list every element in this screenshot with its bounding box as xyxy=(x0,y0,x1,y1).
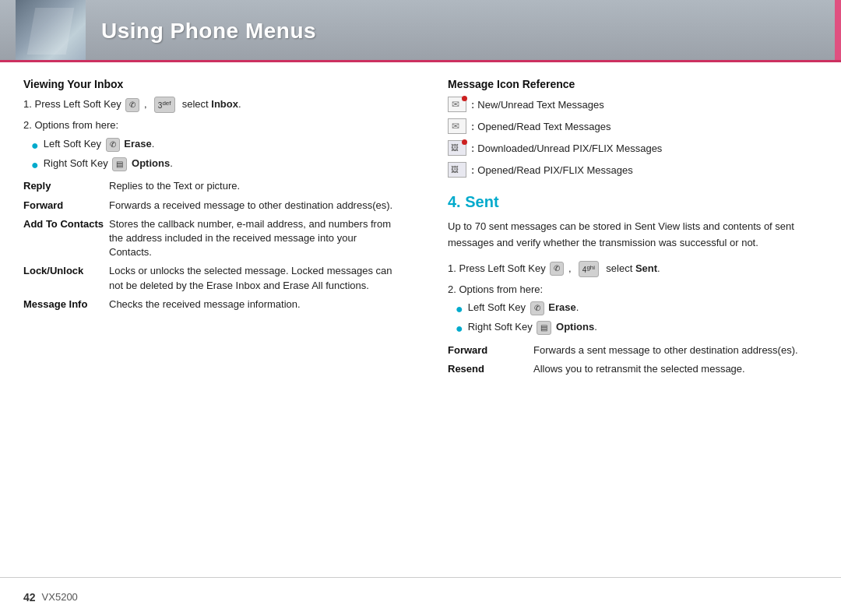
lock-unlock-label: Lock/Unlock xyxy=(23,264,109,292)
bullet-text-2: Right Soft Key ▤ Options. xyxy=(44,157,173,171)
icon-ref-new-text: : New/Unread Text Messages xyxy=(448,97,818,112)
phone-key-icon: ✆ xyxy=(125,98,139,112)
read-text-icon xyxy=(448,118,466,134)
pix-unread-icon xyxy=(448,140,466,156)
sent-bullet-right-soft: ● Right Soft Key ▤ Options. xyxy=(456,321,818,337)
options-table-inbox: Reply Replies to the Text or picture. Fo… xyxy=(23,179,393,312)
sent-bullet-dot-1: ● xyxy=(456,301,463,318)
step-2: 2. Options from here: xyxy=(23,118,393,133)
message-info-label: Message Info xyxy=(23,297,109,312)
header-line xyxy=(0,60,841,62)
left-soft-key-icon: ✆ xyxy=(106,138,120,152)
sent-phone-key-icon: ✆ xyxy=(550,262,564,276)
forward-label: Forward xyxy=(23,199,109,213)
options-table-sent: Forward Forwards a sent message to other… xyxy=(448,343,818,376)
icon-ref-read-text: : Opened/Read Text Messages xyxy=(448,118,818,134)
lock-unlock-value: Locks or unlocks the selected message. L… xyxy=(109,264,393,292)
sent-bullet-text-2: Right Soft Key ▤ Options. xyxy=(468,321,597,335)
model-name: VX5200 xyxy=(42,591,78,603)
bullet-list-inbox: ● Left Soft Key ✆ Erase. ● Right Soft Ke… xyxy=(31,138,393,174)
message-info-value: Checks the received message information. xyxy=(109,297,393,312)
pix-read-icon xyxy=(448,162,466,178)
key-3-icon: 3def xyxy=(154,97,175,113)
sent-bullet-dot-2: ● xyxy=(456,321,463,337)
new-text-icon xyxy=(448,97,466,112)
icon-ref-pix-read: : Opened/Read PIX/FLIX Messages xyxy=(448,162,818,178)
page-header: Using Phone Menus xyxy=(0,0,841,62)
viewing-inbox-title: Viewing Your Inbox xyxy=(23,78,393,90)
sent-section: 4. Sent Up to 70 sent messages can be st… xyxy=(448,193,818,376)
options-row-forward: Forward Forwards a received message to o… xyxy=(23,199,393,213)
sent-options-row-forward: Forward Forwards a sent message to other… xyxy=(448,343,818,357)
key-4-icon: 4ghi xyxy=(579,261,599,277)
right-soft-key-icon: ▤ xyxy=(112,157,127,171)
icon-ref-pix-new: : Downloaded/Unread PIX/FLIX Messages xyxy=(448,140,818,156)
bullet-dot-1: ● xyxy=(31,138,39,154)
bullet-item-left-soft: ● Left Soft Key ✆ Erase. xyxy=(31,138,393,154)
sent-heading: 4. Sent xyxy=(448,193,818,211)
sent-resend-value: Allows you to retransmit the selected me… xyxy=(533,362,818,376)
reply-label: Reply xyxy=(23,179,109,193)
add-contacts-value: Stores the callback number, e-mail addre… xyxy=(109,217,393,260)
page-number: 42 xyxy=(23,591,36,604)
bullet-item-right-soft: ● Right Soft Key ▤ Options. xyxy=(31,157,393,174)
sent-right-soft-key-icon: ▤ xyxy=(537,321,551,335)
sent-forward-value: Forwards a sent message to other destina… xyxy=(533,343,818,357)
forward-value: Forwards a received message to other des… xyxy=(109,199,393,213)
step-1: 1. Press Left Soft Key ✆ , 3def select I… xyxy=(23,97,393,113)
right-column: Message Icon Reference : New/Unread Text… xyxy=(440,78,818,561)
bullet-dot-2: ● xyxy=(31,157,39,174)
header-title: Using Phone Menus xyxy=(101,19,316,44)
add-contacts-label: Add To Contacts xyxy=(23,217,109,260)
bullet-list-sent: ● Left Soft Key ✆ Erase. ● Right Soft Ke… xyxy=(456,301,818,337)
icon-ref-list: : New/Unread Text Messages : Opened/Read… xyxy=(448,97,818,178)
main-content: Viewing Your Inbox 1. Press Left Soft Ke… xyxy=(0,62,841,577)
sent-forward-label: Forward xyxy=(448,343,533,357)
sent-options-row-resend: Resend Allows you to retransmit the sele… xyxy=(448,362,818,376)
sent-left-soft-key-icon: ✆ xyxy=(530,301,544,315)
options-row-message-info: Message Info Checks the received message… xyxy=(23,297,393,312)
sent-bold: Sent xyxy=(635,262,657,274)
bullet-text-1: Left Soft Key ✆ Erase. xyxy=(44,138,155,152)
reply-value: Replies to the Text or picture. xyxy=(109,179,393,193)
sent-bullet-left-soft: ● Left Soft Key ✆ Erase. xyxy=(456,301,818,318)
icon-ref-title: Message Icon Reference xyxy=(448,78,818,90)
page-footer: 42 VX5200 xyxy=(0,577,841,616)
sent-step-2: 2. Options from here: xyxy=(448,282,818,297)
step1-text: Press Left Soft Key xyxy=(34,98,121,110)
options-row-reply: Reply Replies to the Text or picture. xyxy=(23,179,393,193)
inbox-bold: Inbox xyxy=(211,98,238,110)
sent-description: Up to 70 sent messages can be stored in … xyxy=(448,219,818,252)
header-accent xyxy=(835,0,841,62)
sent-resend-label: Resend xyxy=(448,362,533,376)
header-image xyxy=(16,0,86,62)
sent-bullet-text-1: Left Soft Key ✆ Erase. xyxy=(468,301,579,315)
options-row-add-contacts: Add To Contacts Stores the callback numb… xyxy=(23,217,393,260)
options-row-lock-unlock: Lock/Unlock Locks or unlocks the selecte… xyxy=(23,264,393,292)
sent-step-1: 1. Press Left Soft Key ✆ , 4ghi select S… xyxy=(448,261,818,277)
left-column: Viewing Your Inbox 1. Press Left Soft Ke… xyxy=(23,78,409,561)
